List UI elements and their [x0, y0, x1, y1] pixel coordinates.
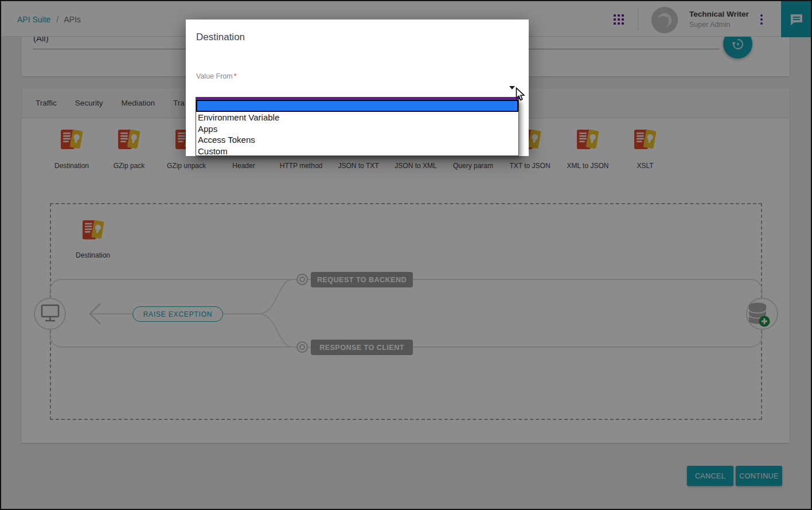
select-dropdown-arrow-icon[interactable]	[509, 86, 515, 89]
modal-title: Destination	[196, 32, 245, 43]
option-empty-selected[interactable]	[196, 100, 518, 112]
option-environment-variable[interactable]: Environment Variable	[196, 112, 518, 123]
destination-modal: Destination Value From* Environment Vari…	[186, 20, 529, 156]
option-access-tokens[interactable]: Access Tokens	[196, 134, 518, 146]
required-asterisk: *	[234, 72, 237, 80]
mouse-cursor	[516, 87, 526, 102]
app-window: API Suite / APIs Technical Writer Super …	[0, 0, 812, 510]
option-custom[interactable]: Custom	[196, 146, 518, 157]
value-from-listbox[interactable]: Environment Variable Apps Access Tokens …	[196, 99, 519, 156]
option-apps[interactable]: Apps	[196, 123, 518, 135]
value-from-label: Value From*	[196, 72, 237, 80]
